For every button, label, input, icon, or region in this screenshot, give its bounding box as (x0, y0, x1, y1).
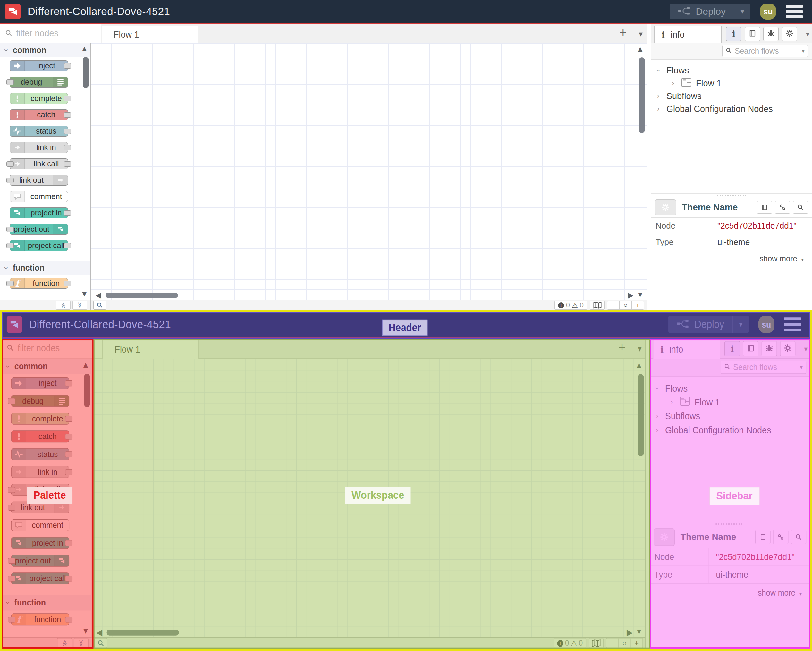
zoom-out-button[interactable]: − (606, 639, 619, 648)
sidebar-splitter[interactable] (647, 24, 651, 310)
palette-scrollbar-thumb[interactable] (84, 374, 90, 407)
palette-node-status[interactable]: status (11, 448, 69, 460)
tab-info[interactable]: i info (654, 26, 722, 43)
add-flow-button[interactable]: + (620, 26, 627, 38)
deploy-main[interactable]: Deploy (669, 319, 733, 331)
tree-item-flows[interactable]: › Flows (653, 381, 810, 395)
notification-counts-button[interactable]: ! 0 ⚠ 0 (554, 638, 586, 648)
scroll-left-icon[interactable]: ◀ (96, 628, 102, 637)
palette-node-link-in[interactable]: link in (10, 142, 68, 153)
palette-node-function[interactable]: ffunction (11, 613, 69, 625)
palette-node-project-call[interactable]: project call (10, 240, 68, 251)
link-button[interactable] (775, 201, 790, 214)
palette-node-project-out[interactable]: project out (11, 555, 69, 567)
output-port[interactable] (64, 145, 71, 150)
zoom-in-button[interactable]: + (631, 639, 643, 648)
sidebar-menu-caret[interactable]: ▾ (804, 345, 807, 354)
zoom-out-button[interactable]: − (607, 301, 620, 309)
canvas-hscrollbar-thumb[interactable] (105, 293, 178, 298)
tree-item-flows[interactable]: › Flows (655, 64, 812, 77)
chevron-down-icon[interactable]: › (653, 385, 661, 392)
debug-tab-button[interactable] (762, 341, 777, 357)
main-menu-button[interactable] (784, 317, 801, 331)
scroll-up-icon[interactable]: ▲ (82, 361, 90, 369)
palette-node-project-out[interactable]: project out (10, 224, 68, 235)
tree-item-global-config[interactable]: › Global Configuration Nodes (653, 423, 810, 437)
palette-scroll-area[interactable]: ›commoninjectdebugcompletecatchstatuslin… (0, 43, 90, 300)
output-port[interactable] (65, 416, 72, 422)
palette-node-project-in[interactable]: project in (10, 207, 68, 218)
deploy-button[interactable]: Deploy ▾ (669, 316, 749, 333)
link-button[interactable] (773, 530, 789, 544)
category-header-common[interactable]: ›common (0, 43, 90, 57)
canvas-vscrollbar-thumb[interactable] (638, 374, 644, 456)
search-button[interactable] (793, 201, 808, 214)
deploy-options-caret[interactable]: ▾ (734, 4, 751, 19)
canvas-hscrollbar-thumb[interactable] (107, 630, 179, 635)
input-port[interactable] (6, 227, 14, 232)
docs-button[interactable] (757, 201, 772, 214)
info-panel-splitter[interactable] (650, 522, 810, 526)
output-port[interactable] (65, 540, 72, 546)
palette-node-debug[interactable]: debug (11, 395, 69, 407)
expand-all-button[interactable]: ≫ (72, 301, 87, 309)
deploy-options-caret[interactable]: ▾ (733, 316, 749, 333)
palette-node-status[interactable]: status (10, 126, 68, 137)
scroll-down-icon[interactable]: ▼ (635, 628, 643, 636)
palette-node-project-in[interactable]: project in (11, 537, 69, 549)
input-port[interactable] (6, 281, 14, 286)
chevron-right-icon[interactable]: › (655, 92, 662, 100)
palette-node-function[interactable]: ffunction (10, 278, 68, 289)
help-tab-button[interactable] (745, 27, 760, 41)
scroll-right-icon[interactable]: ▶ (628, 291, 634, 299)
input-port[interactable] (8, 558, 15, 564)
minimap-button[interactable] (589, 638, 604, 648)
output-port[interactable] (64, 210, 71, 216)
tab-info[interactable]: i info (653, 340, 720, 359)
palette-node-catch[interactable]: catch (11, 430, 69, 442)
palette-node-inject[interactable]: inject (10, 60, 68, 71)
scroll-up-icon[interactable]: ▲ (635, 361, 643, 369)
tree-item-flow-1[interactable]: › Flow 1 (653, 396, 810, 409)
expand-all-button[interactable]: ≫ (74, 638, 89, 648)
input-port[interactable] (8, 505, 15, 510)
tab-flow-1[interactable]: Flow 1 (103, 340, 199, 359)
palette-filter-input[interactable]: filter nodes (2, 338, 102, 359)
deploy-main[interactable]: Deploy (670, 6, 734, 17)
output-port[interactable] (65, 380, 72, 386)
palette-node-link-call[interactable]: link call (10, 159, 68, 169)
scroll-right-icon[interactable]: ▶ (627, 628, 632, 637)
info-tab-button[interactable]: i (725, 341, 740, 357)
palette-scrollbar-thumb[interactable] (83, 57, 89, 88)
deploy-button[interactable]: Deploy ▾ (670, 4, 751, 19)
scroll-left-icon[interactable]: ◀ (95, 291, 101, 299)
minimap-button[interactable] (590, 301, 604, 309)
palette-node-link-in[interactable]: link in (11, 466, 69, 478)
chevron-down-icon[interactable]: ▾ (800, 363, 803, 371)
chevron-down-icon[interactable]: ▾ (802, 47, 804, 55)
chevron-right-icon[interactable]: › (669, 398, 675, 407)
palette-node-catch[interactable]: catch (10, 109, 68, 120)
palette-filter-input[interactable]: filter nodes (0, 24, 101, 43)
scroll-up-icon[interactable]: ▲ (636, 45, 644, 53)
output-port[interactable] (64, 161, 71, 167)
palette-node-complete[interactable]: complete (11, 413, 69, 425)
category-header-function[interactable]: ›function (0, 261, 90, 275)
scroll-down-icon[interactable]: ▼ (82, 627, 90, 635)
output-port[interactable] (65, 434, 72, 439)
show-more-link[interactable]: show more ▾ (651, 250, 812, 263)
chevron-right-icon[interactable]: › (653, 426, 661, 435)
category-header-function[interactable]: ›function (2, 595, 92, 611)
user-avatar[interactable]: su (760, 3, 776, 20)
output-port[interactable] (64, 281, 71, 286)
palette-node-complete[interactable]: complete (10, 93, 68, 104)
flow-canvas[interactable]: ▲ ▼ ◀ ▶ (91, 43, 647, 300)
canvas-search-button[interactable] (93, 301, 106, 309)
output-port[interactable] (65, 617, 72, 622)
info-tab-button[interactable]: i (726, 27, 742, 41)
output-port[interactable] (64, 243, 71, 249)
sidebar-splitter[interactable] (645, 338, 650, 649)
debug-tab-button[interactable] (763, 27, 778, 41)
palette-node-debug[interactable]: debug (10, 76, 68, 87)
output-port[interactable] (64, 96, 71, 101)
